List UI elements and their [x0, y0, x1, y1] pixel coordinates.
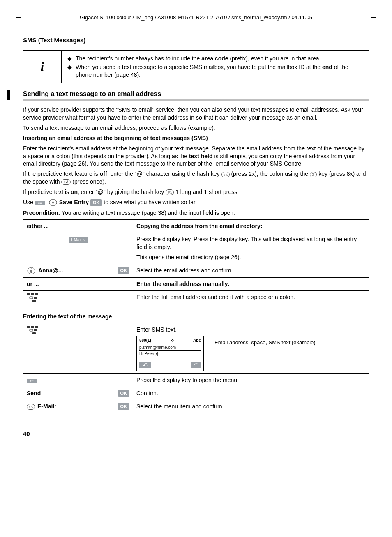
cell: Confirm. [133, 387, 369, 400]
cursor-icon: ⟩|⟨ [155, 351, 160, 356]
crop-mark [16, 17, 21, 18]
svg-rect-11 [31, 326, 34, 328]
keypad-icon [27, 293, 39, 302]
table-row: either ... Copying the address from the … [23, 220, 369, 233]
t9-icon: ✧ [171, 338, 174, 343]
paragraph: If your service provider supports the "S… [23, 106, 369, 122]
info-box: i ◆ The recipient's number always has to… [23, 50, 369, 83]
cell: or ... [23, 277, 133, 290]
email-softkey-icon: EMail ⌂ [69, 237, 88, 243]
ok-badge: OK [118, 390, 130, 397]
one-key-icon: 1↲ [61, 179, 71, 185]
zero-key-icon: 0· [310, 172, 317, 177]
svg-rect-6 [35, 293, 38, 295]
svg-point-1 [52, 202, 54, 204]
cell: Enter the email address manually: [133, 277, 369, 290]
info-icon: i [23, 51, 62, 83]
menu-softkey-icon: ›≡ [27, 379, 37, 383]
svg-rect-13 [30, 329, 33, 331]
svg-rect-10 [27, 326, 30, 328]
table-row: Anna@... OK Select the email address and… [23, 264, 369, 277]
svg-rect-8 [34, 297, 37, 299]
svg-point-3 [30, 270, 32, 272]
info-content: ◆ The recipient's number always has to i… [62, 51, 369, 83]
cell: Send OK [23, 387, 133, 400]
svg-rect-12 [35, 326, 38, 328]
cell: either ... [23, 220, 133, 233]
hash-key-icon: #⏢ [166, 189, 174, 195]
mini-heading: Inserting an email address at the beginn… [23, 134, 369, 142]
cell: Select the email address and confirm. [133, 264, 369, 277]
paragraph: If predictive text is on, enter "@" by g… [23, 188, 369, 196]
svg-rect-4 [27, 293, 30, 295]
nav-key-icon [48, 198, 58, 207]
keypad-icon [27, 326, 39, 335]
margin-tab [7, 90, 10, 100]
bullet-text: When you send a text message to a specif… [76, 63, 363, 79]
cell [23, 323, 133, 374]
paragraph: To send a text message to an email addre… [23, 124, 369, 132]
cell: ›≡ [23, 374, 133, 387]
svg-rect-15 [32, 332, 36, 334]
heading-underline [23, 99, 369, 101]
paragraph: Enter the recipient's email address at t… [23, 145, 369, 168]
nav-key-icon [27, 267, 36, 275]
svg-rect-14 [34, 329, 37, 331]
cell: Enter SMS text. 580(1) ✧ Abc p.smith@nam… [133, 323, 369, 374]
table-row: Enter SMS text. 580(1) ✧ Abc p.smith@nam… [23, 323, 369, 374]
cell: Press the display key to open the menu. [133, 374, 369, 387]
table-row: EMail ⌂ Press the display key. Press the… [23, 233, 369, 264]
clear-softkey-icon: ◂C [139, 362, 151, 368]
paragraph: Use ›≡, Save Entry OK to save what you h… [23, 198, 369, 207]
ok-badge: OK [118, 403, 130, 410]
diamond-icon: ◆ [67, 63, 76, 79]
svg-rect-9 [32, 300, 36, 302]
ok-badge: OK [90, 199, 102, 206]
cell: Press the display key. Press the display… [133, 233, 369, 264]
page-number: 40 [23, 430, 369, 438]
table-row: or ... Enter the email address manually: [23, 277, 369, 290]
paragraph: If the predictive text feature is off, e… [23, 170, 369, 186]
cell [23, 290, 133, 305]
cell: Enter the full email address and end it … [133, 290, 369, 305]
ok-badge: OK [118, 267, 130, 274]
info-bullet: ◆ When you send a text message to a spec… [67, 63, 363, 79]
svg-rect-5 [31, 293, 34, 295]
menu-softkey-icon: ›≡ [191, 362, 201, 368]
procedure-table-1: either ... Copying the address from the … [23, 219, 369, 305]
menu-softkey-icon: ›≡ [35, 201, 45, 205]
hash-key-icon: #⏢ [27, 404, 35, 410]
doc-header-path: Gigaset SL100 colour / IM_eng / A31008-M… [23, 14, 369, 29]
phone-screen-mock: 580(1) ✧ Abc p.smith@name.com Hi Peter ⟩… [136, 336, 204, 371]
cell: Select the menu item and confirm. [133, 400, 369, 413]
info-bullet: ◆ The recipient's number always has to i… [67, 55, 363, 62]
table-row: Send OK Confirm. [23, 387, 369, 400]
subsection-title: Sending a text message to an email addre… [23, 90, 369, 99]
diamond-icon: ◆ [67, 55, 76, 62]
header-text: Gigaset SL100 colour / IM_eng / A31008-M… [80, 14, 312, 21]
hash-key-icon: #⏢ [221, 172, 230, 177]
cell: EMail ⌂ [23, 233, 133, 264]
table-row: Enter the full email address and end it … [23, 290, 369, 305]
example-note: Email address, space, SMS text (example) [214, 339, 316, 371]
bullet-text: The recipient's number always has to inc… [76, 55, 363, 62]
cell: Anna@... OK [23, 264, 133, 277]
procedure-table-2: Enter SMS text. 580(1) ✧ Abc p.smith@nam… [23, 323, 369, 414]
table-row: ›≡ Press the display key to open the men… [23, 374, 369, 387]
mini-heading: Entering the text of the message [23, 313, 369, 320]
cell: #⏢ E-Mail: OK [23, 400, 133, 413]
svg-rect-7 [30, 297, 33, 299]
cell: Copying the address from the email direc… [133, 220, 369, 233]
table-row: #⏢ E-Mail: OK Select the menu item and c… [23, 400, 369, 413]
paragraph: Precondition: You are writing a text mes… [23, 209, 369, 217]
crop-mark [371, 17, 376, 18]
section-title: SMS (Text Messages) [23, 36, 369, 44]
